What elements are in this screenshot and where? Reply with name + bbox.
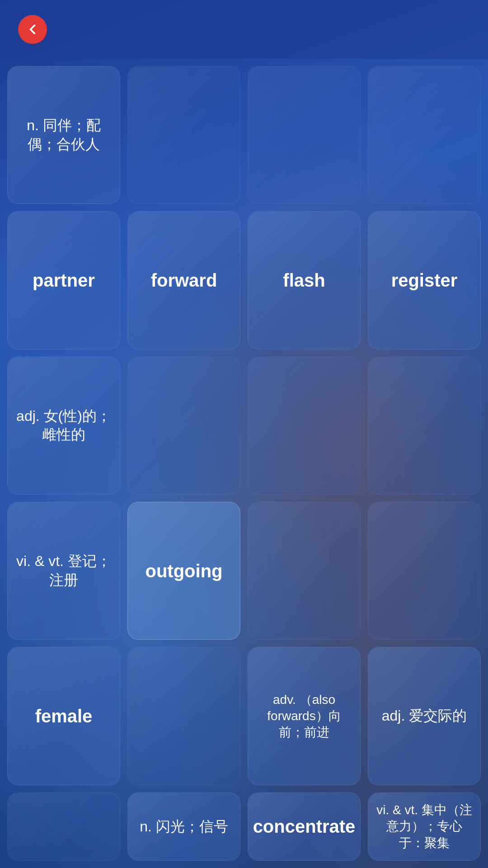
card-c6[interactable]: forward: [127, 211, 240, 349]
card-text-c24: vi. & vt. 集中（注意力）；专心于：聚集: [375, 802, 473, 851]
card-text-c23: concentrate: [253, 815, 356, 838]
header: [0, 0, 488, 59]
card-text-c9: adj. 女(性)的；雌性的: [15, 407, 113, 444]
back-button[interactable]: [18, 15, 47, 44]
card-c2: [127, 66, 240, 204]
card-c23[interactable]: concentrate: [248, 793, 361, 861]
card-c9[interactable]: adj. 女(性)的；雌性的: [7, 357, 120, 495]
card-c7[interactable]: flash: [248, 211, 361, 349]
card-text-c1: n. 同伴；配偶；合伙人: [15, 116, 113, 154]
card-text-c5: partner: [33, 269, 95, 292]
card-text-c20: adj. 爱交际的: [382, 707, 467, 726]
card-c21: [7, 793, 120, 861]
card-c4: [368, 66, 481, 204]
svg-point-0: [25, 22, 40, 37]
card-c5[interactable]: partner: [7, 211, 120, 349]
card-text-c14: outgoing: [145, 559, 222, 583]
card-c18: [127, 647, 240, 785]
card-c16: [368, 502, 481, 640]
card-c17[interactable]: female: [7, 647, 120, 785]
card-c20[interactable]: adj. 爱交际的: [368, 647, 481, 785]
card-c22[interactable]: n. 闪光；信号: [127, 793, 240, 861]
card-c1[interactable]: n. 同伴；配偶；合伙人: [7, 66, 120, 204]
card-c11: [248, 357, 361, 495]
card-c10: [127, 357, 240, 495]
card-text-c19: adv. （also forwards）向前；前进: [255, 692, 353, 741]
card-c15: [248, 502, 361, 640]
card-c13[interactable]: vi. & vt. 登记；注册: [7, 502, 120, 640]
card-text-c7: flash: [283, 269, 325, 292]
card-c8[interactable]: register: [368, 211, 481, 349]
card-c19[interactable]: adv. （also forwards）向前；前进: [248, 647, 361, 785]
card-c24[interactable]: vi. & vt. 集中（注意力）；专心于：聚集: [368, 793, 481, 861]
card-c3: [248, 66, 361, 204]
card-c12: [368, 357, 481, 495]
card-grid: n. 同伴；配偶；合伙人partnerforwardflashregistera…: [0, 59, 488, 868]
card-text-c8: register: [391, 269, 458, 292]
card-text-c13: vi. & vt. 登记；注册: [15, 552, 113, 590]
card-text-c17: female: [35, 704, 93, 728]
card-c14[interactable]: outgoing: [127, 502, 240, 640]
card-text-c6: forward: [151, 269, 217, 292]
card-text-c22: n. 闪光；信号: [140, 817, 228, 836]
